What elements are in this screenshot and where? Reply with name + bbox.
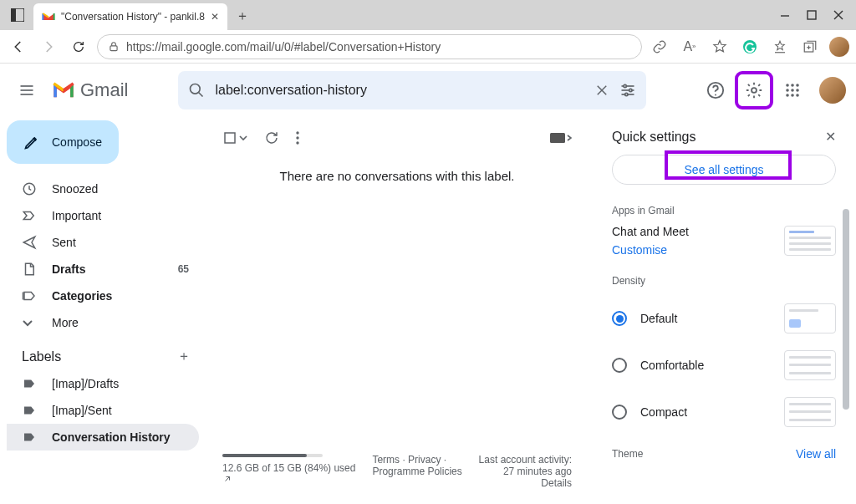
svg-point-15 xyxy=(191,84,201,94)
storage-text: 12.6 GB of 15 GB (84%) used xyxy=(222,462,355,474)
labels-header: Labels ＋ xyxy=(7,336,207,370)
clear-search-icon[interactable] xyxy=(594,83,609,98)
label-item[interactable]: [Imap]/Sent xyxy=(7,397,199,424)
svg-point-32 xyxy=(791,89,794,92)
refresh-button[interactable] xyxy=(67,35,90,59)
svg-point-40 xyxy=(296,136,298,139)
open-storage-icon[interactable] xyxy=(222,474,360,484)
density-label: Comfortable xyxy=(640,359,704,372)
activity-info: Last account activity: 27 minutes ago De… xyxy=(479,454,572,489)
label-icon xyxy=(22,430,38,445)
favorite-icon[interactable] xyxy=(709,36,731,58)
svg-point-24 xyxy=(625,93,628,95)
gmail-brand-text: Gmail xyxy=(80,79,128,101)
footer-links[interactable]: Terms · Privacy · Programme Policies xyxy=(372,454,466,477)
gmail-favicon xyxy=(42,10,55,23)
sidebar-item-categories[interactable]: Categories xyxy=(7,283,199,309)
support-icon[interactable] xyxy=(699,74,732,107)
sidebar-item-label: Categories xyxy=(52,289,112,303)
density-option-compact[interactable]: Compact xyxy=(612,389,836,435)
address-bar: https://mail.google.com/mail/u/0/#label/… xyxy=(0,30,856,64)
add-label-icon[interactable]: ＋ xyxy=(177,348,191,365)
pencil-icon xyxy=(23,134,40,150)
density-option-comfortable[interactable]: Comfortable xyxy=(612,342,836,389)
svg-rect-42 xyxy=(550,133,565,143)
lock-icon xyxy=(108,41,120,53)
favorites-bar-icon[interactable] xyxy=(769,36,791,58)
see-all-settings-button[interactable]: See all settings xyxy=(612,155,836,185)
send-icon xyxy=(22,235,38,250)
sidebar-item-more[interactable]: More xyxy=(7,309,199,336)
svg-line-16 xyxy=(199,93,203,97)
collections-icon[interactable] xyxy=(799,36,821,58)
close-quick-settings-icon[interactable]: ✕ xyxy=(825,129,836,145)
browser-tabbar: "Conversation History" - pankil.8 ✕ ＋ xyxy=(0,0,856,30)
label-icon xyxy=(22,376,38,391)
search-icon[interactable] xyxy=(188,82,205,99)
gmail-header: Gmail xyxy=(0,64,856,117)
compose-button[interactable]: Compose xyxy=(7,120,119,164)
search-input[interactable] xyxy=(215,83,584,98)
refresh-icon[interactable] xyxy=(264,130,279,145)
details-link[interactable]: Details xyxy=(479,477,572,489)
window-maximize-icon[interactable] xyxy=(806,9,818,21)
tab-close-icon[interactable]: ✕ xyxy=(211,11,219,23)
url-text: https://mail.google.com/mail/u/0/#label/… xyxy=(126,40,631,53)
mail-toolbar xyxy=(207,125,587,154)
input-tools-icon[interactable] xyxy=(550,132,572,144)
svg-point-23 xyxy=(629,89,632,91)
account-avatar[interactable] xyxy=(819,77,846,104)
select-all-checkbox[interactable] xyxy=(222,130,247,145)
label-item[interactable]: [Imap]/Drafts xyxy=(7,370,199,397)
svg-rect-1 xyxy=(11,8,16,22)
new-tab-button[interactable]: ＋ xyxy=(230,3,255,28)
radio-icon xyxy=(612,405,627,420)
sidebar-item-label: Important xyxy=(52,209,101,222)
more-actions-icon[interactable] xyxy=(296,131,299,145)
browser-tab[interactable]: "Conversation History" - pankil.8 ✕ xyxy=(33,3,227,30)
browser-profile-avatar[interactable] xyxy=(829,37,849,57)
sidebar: Compose Snoozed Important Sent Drafts 65… xyxy=(0,117,207,504)
grammarly-icon[interactable] xyxy=(739,36,761,58)
sidebar-item-label: More xyxy=(52,316,79,329)
density-preview xyxy=(784,303,836,333)
window-close-icon[interactable] xyxy=(833,9,844,21)
sidebar-item-important[interactable]: Important xyxy=(7,202,199,229)
main-menu-icon[interactable] xyxy=(10,74,43,107)
sidebar-item-snoozed[interactable]: Snoozed xyxy=(7,176,199,202)
settings-icon[interactable] xyxy=(737,74,771,107)
tabbar-app-icon[interactable] xyxy=(5,3,30,28)
sidebar-item-drafts[interactable]: Drafts 65 xyxy=(7,256,199,283)
view-all-themes-link[interactable]: View all xyxy=(796,447,836,461)
scrollbar[interactable] xyxy=(843,209,849,410)
sidebar-item-label: Sent xyxy=(52,236,76,249)
link-icon[interactable] xyxy=(649,36,670,58)
density-preview xyxy=(784,397,836,427)
search-options-icon[interactable] xyxy=(619,82,636,99)
customise-link[interactable]: Customise xyxy=(612,243,689,257)
mail-panel: There are no conversations with this lab… xyxy=(207,117,587,497)
density-option-default[interactable]: Default xyxy=(612,295,836,342)
storage-info[interactable]: 12.6 GB of 15 GB (84%) used xyxy=(222,454,360,484)
sidebar-item-label: Drafts xyxy=(52,262,85,276)
search-box[interactable] xyxy=(178,71,646,109)
density-label: Compact xyxy=(640,405,687,419)
sidebar-item-sent[interactable]: Sent xyxy=(7,229,199,256)
quick-settings-title: Quick settings xyxy=(612,130,696,145)
back-button[interactable] xyxy=(7,35,30,59)
apps-grid-icon[interactable] xyxy=(776,74,809,107)
read-aloud-icon[interactable]: A» xyxy=(679,36,701,58)
chat-meet-preview xyxy=(784,226,836,256)
labels-title: Labels xyxy=(22,349,61,364)
clock-icon xyxy=(22,181,38,196)
density-preview xyxy=(784,350,836,380)
window-minimize-icon[interactable] xyxy=(779,9,791,21)
label-item[interactable]: Conversation History xyxy=(7,424,199,451)
svg-point-35 xyxy=(791,94,794,97)
url-box[interactable]: https://mail.google.com/mail/u/0/#label/… xyxy=(97,34,642,59)
svg-rect-6 xyxy=(110,45,117,50)
quick-settings-panel: Quick settings ✕ See all settings Apps i… xyxy=(599,117,849,497)
compose-label: Compose xyxy=(52,135,102,149)
forward-button xyxy=(37,35,60,59)
gmail-logo[interactable]: Gmail xyxy=(52,79,128,101)
